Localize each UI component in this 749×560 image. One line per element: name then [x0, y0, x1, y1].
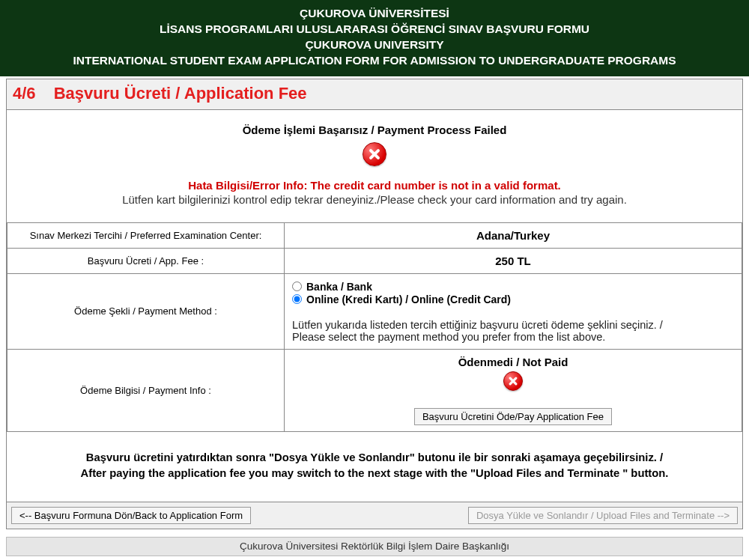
error-hint-text: Lütfen kart bilgilerinizi kontrol edip t…	[22, 193, 727, 206]
exam-center-value: Adana/Turkey	[285, 222, 742, 248]
header-line-1: ÇUKUROVA ÜNİVERSİTESİ	[7, 6, 742, 22]
method-cell: Banka / Bank Online (Kredi Kartı) / Onli…	[285, 273, 742, 349]
step-indicator: 4/6	[13, 84, 36, 103]
table-row-method: Ödeme Şekli / Payment Method : Banka / B…	[7, 273, 742, 349]
payment-fail-title: Ödeme İşlemi Başarısız / Payment Process…	[22, 124, 727, 136]
main-panel: 4/6 Başvuru Ücreti / Application Fee Öde…	[6, 79, 743, 529]
payment-status-text: Ödenmedi / Not Paid	[292, 356, 734, 368]
header-line-4: INTERNATIONAL STUDENT EXAM APPLICATION F…	[7, 53, 742, 69]
error-icon	[363, 142, 386, 166]
table-row-exam-center: Sınav Merkezi Tercihi / Preferred Examin…	[7, 222, 742, 248]
error-info-text: Hata Bilgisi/Error Info: The credit card…	[22, 179, 727, 192]
radio-bank-label: Banka / Bank	[306, 281, 372, 293]
radio-online-label: Online (Kredi Kartı) / Online (Credit Ca…	[306, 293, 511, 305]
section-title: 4/6 Başvuru Ücreti / Application Fee	[7, 79, 742, 110]
payment-info-cell: Ödenmedi / Not Paid Başvuru Ücretini Öde…	[285, 349, 742, 431]
method-note-line2: Please select the payment method you pre…	[292, 331, 734, 343]
fee-value: 250 TL	[285, 248, 742, 273]
instructions-line2: After paying the application fee you may…	[29, 466, 720, 481]
instructions-line1: Başvuru ücretini yatırdıktan sonra "Dosy…	[29, 450, 720, 466]
details-table: Sınav Merkezi Tercihi / Preferred Examin…	[7, 222, 742, 432]
header-banner: ÇUKUROVA ÜNİVERSİTESİ LİSANS PROGRAMLARI…	[0, 0, 749, 76]
footer-bar: Çukurova Üniversitesi Rektörlük Bilgi İş…	[6, 537, 743, 556]
table-row-payment-info: Ödeme Bilgisi / Payment Info : Ödenmedi …	[7, 349, 742, 431]
back-button[interactable]: <-- Başvuru Formuna Dön/Back to Applicat…	[11, 507, 251, 524]
payment-info-label: Ödeme Bilgisi / Payment Info :	[7, 349, 285, 431]
not-paid-icon	[503, 371, 523, 391]
payment-status-block: Ödeme İşlemi Başarısız / Payment Process…	[7, 110, 742, 222]
exam-center-label: Sınav Merkezi Tercihi / Preferred Examin…	[7, 222, 285, 248]
method-label: Ödeme Şekli / Payment Method :	[7, 273, 285, 349]
section-title-text: Başvuru Ücreti / Application Fee	[54, 84, 307, 103]
method-note: Lütfen yukarıda listeden tercih ettiğini…	[292, 319, 734, 343]
instructions-block: Başvuru ücretini yatırdıktan sonra "Dosy…	[7, 432, 742, 502]
header-line-3: ÇUKUROVA UNIVERSITY	[7, 37, 742, 53]
fee-label: Başvuru Ücreti / App. Fee :	[7, 248, 285, 273]
next-button: Dosya Yükle ve Sonlandır / Upload Files …	[468, 507, 738, 524]
header-line-2: LİSANS PROGRAMLARI ULUSLARARASI ÖĞRENCİ …	[7, 22, 742, 37]
radio-bank[interactable]	[292, 281, 302, 291]
pay-application-fee-button[interactable]: Başvuru Ücretini Öde/Pay Application Fee	[414, 408, 612, 425]
payment-method-online[interactable]: Online (Kredi Kartı) / Online (Credit Ca…	[292, 293, 734, 305]
method-note-line1: Lütfen yukarıda listeden tercih ettiğini…	[292, 319, 734, 331]
payment-method-bank[interactable]: Banka / Bank	[292, 281, 734, 293]
table-row-fee: Başvuru Ücreti / App. Fee : 250 TL	[7, 248, 742, 273]
nav-row: <-- Başvuru Formuna Dön/Back to Applicat…	[7, 502, 742, 529]
radio-online[interactable]	[292, 294, 302, 304]
